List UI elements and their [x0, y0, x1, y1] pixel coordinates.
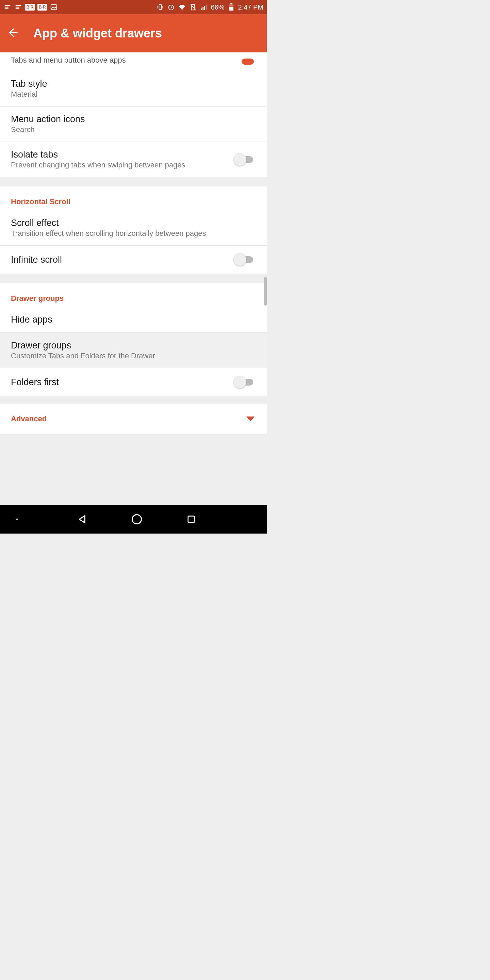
- setting-hide-apps[interactable]: Hide apps: [0, 307, 267, 332]
- page-title: App & widget drawers: [33, 26, 162, 40]
- battery-icon: [227, 3, 235, 11]
- notification-app-icon: [3, 3, 11, 11]
- clock-text: 2:47 PM: [238, 3, 263, 11]
- setting-title: Scroll effect: [11, 218, 206, 228]
- vibrate-icon: [156, 3, 164, 11]
- toggle-isolate-tabs[interactable]: [234, 153, 256, 166]
- section-advanced[interactable]: Advanced: [0, 404, 267, 434]
- section-horizontal-scroll: Horizontal Scroll: [0, 186, 267, 210]
- toggle-tab-bar[interactable]: [242, 59, 254, 65]
- notification-app-icon: [14, 3, 22, 11]
- nav-home-button[interactable]: [130, 512, 143, 526]
- svg-rect-1: [5, 8, 8, 9]
- setting-menu-action-icons[interactable]: Menu action icons Search: [0, 106, 267, 142]
- svg-rect-5: [159, 5, 162, 10]
- toggle-infinite-scroll[interactable]: [234, 253, 256, 266]
- setting-title: Hide apps: [11, 314, 52, 325]
- setting-title: Folders first: [11, 377, 59, 388]
- section-divider: [0, 434, 267, 440]
- toggle-folders-first[interactable]: [234, 375, 256, 388]
- svg-rect-2: [16, 5, 21, 6]
- setting-subtitle: Tabs and menu button above apps: [11, 56, 126, 65]
- notification-br-icon: B·R: [25, 4, 35, 11]
- scrollbar[interactable]: [264, 277, 267, 305]
- setting-title: Isolate tabs: [11, 150, 185, 160]
- svg-line-10: [171, 8, 172, 8]
- app-bar: App & widget drawers: [0, 14, 267, 52]
- setting-title: Infinite scroll: [11, 255, 62, 265]
- setting-subtitle: Search: [11, 125, 85, 134]
- android-nav-bar: [0, 505, 267, 533]
- section-divider: [0, 274, 267, 283]
- section-divider: [0, 396, 267, 404]
- svg-rect-14: [204, 6, 205, 10]
- svg-rect-15: [206, 5, 207, 10]
- nav-recents-button[interactable]: [185, 512, 198, 526]
- setting-infinite-scroll[interactable]: Infinite scroll: [0, 245, 267, 274]
- alarm-icon: [167, 3, 175, 11]
- svg-rect-17: [229, 7, 234, 11]
- signal-icon: [200, 3, 208, 11]
- setting-subtitle: Customize Tabs and Folders for the Drawe…: [11, 352, 155, 360]
- status-bar: B·R B·R 66% 2:47 PM: [0, 0, 267, 14]
- setting-subtitle: Prevent changing tabs when swiping betwe…: [11, 161, 185, 169]
- setting-tab-bar[interactable]: Tabs and menu button above apps: [0, 52, 267, 71]
- setting-subtitle: Transition effect when scrolling horizon…: [11, 229, 206, 238]
- setting-title: Drawer groups: [11, 340, 155, 351]
- setting-title: Tab style: [11, 79, 47, 89]
- section-advanced-label: Advanced: [11, 414, 47, 423]
- section-drawer-groups: Drawer groups: [0, 283, 267, 307]
- section-divider: [0, 177, 267, 186]
- no-sim-icon: [189, 3, 197, 11]
- setting-isolate-tabs[interactable]: Isolate tabs Prevent changing tabs when …: [0, 142, 267, 177]
- setting-drawer-groups[interactable]: Drawer groups Customize Tabs and Folders…: [0, 332, 267, 368]
- notification-image-icon: [50, 3, 58, 11]
- nav-spacer: [250, 512, 260, 526]
- nav-back-button[interactable]: [76, 512, 89, 526]
- setting-folders-first[interactable]: Folders first: [0, 368, 267, 396]
- setting-subtitle: Material: [11, 90, 47, 99]
- settings-list: Tab style Material Menu action icons Sea…: [0, 71, 267, 440]
- notification-br-icon: B·R: [37, 4, 47, 11]
- svg-rect-3: [16, 8, 19, 9]
- status-left: B·R B·R: [3, 3, 58, 11]
- battery-text: 66%: [211, 3, 224, 11]
- setting-title: Menu action icons: [11, 114, 85, 124]
- svg-rect-18: [231, 3, 232, 5]
- nav-expand-button[interactable]: [10, 512, 24, 526]
- svg-rect-12: [201, 8, 202, 10]
- setting-scroll-effect[interactable]: Scroll effect Transition effect when scr…: [0, 210, 267, 245]
- svg-rect-20: [188, 516, 195, 523]
- setting-tab-style[interactable]: Tab style Material: [0, 71, 267, 106]
- expand-icon: [247, 417, 255, 421]
- status-right: 66% 2:47 PM: [156, 3, 263, 11]
- svg-rect-0: [5, 5, 11, 6]
- svg-rect-13: [203, 7, 204, 10]
- wifi-icon: [178, 3, 186, 11]
- svg-point-19: [132, 515, 142, 524]
- back-button[interactable]: [7, 26, 20, 40]
